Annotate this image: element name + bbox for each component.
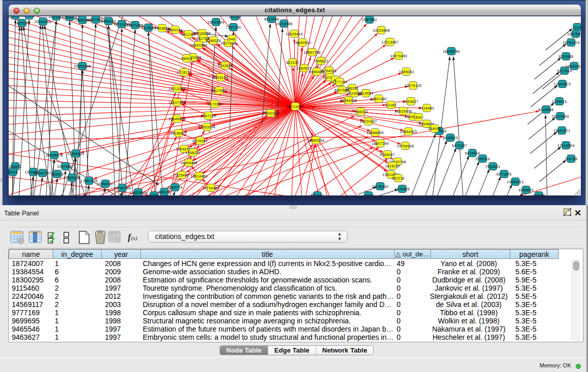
svg-text:6479197: 6479197: [452, 144, 467, 147]
svg-text:10688609: 10688609: [366, 131, 384, 135]
svg-text:7986322: 7986322: [353, 110, 368, 114]
svg-text:16961758: 16961758: [303, 51, 321, 54]
svg-text:15720407: 15720407: [360, 120, 377, 123]
svg-text:924565: 924565: [532, 194, 545, 196]
svg-text:12505135: 12505135: [63, 176, 81, 180]
svg-text:20091406: 20091406: [34, 20, 52, 24]
svg-text:8660124: 8660124: [167, 28, 182, 32]
svg-text:19384554: 19384554: [307, 139, 324, 142]
svg-text:16409948: 16409948: [180, 161, 198, 165]
svg-text:1065327: 1065327: [49, 16, 63, 18]
svg-text:3624554: 3624554: [358, 92, 373, 95]
svg-text:(x): (x): [131, 235, 138, 242]
svg-text:20053346: 20053346: [74, 64, 91, 68]
svg-text:2718170: 2718170: [177, 71, 191, 74]
svg-text:1912575: 1912575: [9, 16, 23, 17]
svg-text:19166827: 19166827: [170, 132, 187, 135]
svg-text:17957225: 17957225: [80, 179, 98, 183]
svg-text:9115460: 9115460: [420, 106, 434, 110]
svg-text:16648784: 16648784: [443, 50, 460, 53]
svg-text:1498222: 1498222: [185, 151, 200, 155]
svg-text:7485063: 7485063: [399, 70, 413, 74]
svg-text:9474444: 9474444: [465, 151, 480, 155]
svg-text:20206576: 20206576: [46, 154, 63, 157]
svg-text:10154808: 10154808: [373, 29, 390, 32]
svg-text:16640910: 16640910: [565, 64, 581, 68]
svg-text:14353594: 14353594: [198, 125, 215, 129]
svg-text:25300203: 25300203: [262, 112, 279, 115]
svg-text:252214: 252214: [391, 177, 404, 180]
svg-text:10958107: 10958107: [97, 182, 114, 186]
svg-text:12342757: 12342757: [34, 171, 51, 175]
svg-text:1733426: 1733426: [395, 187, 409, 191]
svg-text:10975867: 10975867: [57, 165, 74, 168]
svg-text:15692971: 15692971: [553, 129, 571, 133]
svg-text:13325419: 13325419: [286, 32, 303, 36]
svg-text:16914469: 16914469: [190, 174, 208, 178]
svg-text:164095: 164095: [428, 127, 441, 130]
svg-text:7632621: 7632621: [485, 165, 500, 168]
svg-text:2803144: 2803144: [213, 76, 228, 79]
svg-text:19756928: 19756928: [397, 144, 414, 148]
svg-text:8813054: 8813054: [264, 17, 279, 21]
svg-text:917006: 917006: [208, 102, 221, 106]
svg-text:12093872: 12093872: [554, 82, 571, 86]
svg-text:12975125: 12975125: [404, 84, 422, 87]
svg-text:3267130: 3267130: [201, 114, 215, 118]
svg-text:7625402: 7625402: [174, 173, 189, 177]
svg-text:13325419: 13325419: [567, 32, 581, 36]
svg-text:8878352: 8878352: [192, 139, 207, 143]
svg-text:1405571: 1405571: [14, 21, 29, 25]
svg-text:8215958: 8215958: [538, 108, 553, 112]
svg-text:8186328: 8186328: [206, 39, 221, 42]
svg-text:10807487: 10807487: [370, 97, 387, 101]
svg-text:39114: 39114: [9, 170, 18, 174]
svg-text:10025438: 10025438: [395, 110, 412, 113]
svg-text:2935114: 2935114: [475, 157, 490, 161]
svg-text:17359924: 17359924: [67, 152, 84, 156]
svg-text:1112: 1112: [573, 26, 581, 29]
svg-text:98901: 98901: [182, 57, 192, 60]
svg-text:9794028: 9794028: [321, 69, 336, 73]
svg-text:1362615: 1362615: [296, 67, 311, 70]
svg-text:160338: 160338: [228, 16, 241, 18]
svg-text:209109: 209109: [23, 16, 35, 17]
svg-text:19654923: 19654923: [400, 130, 417, 134]
svg-text:9777169: 9777169: [332, 80, 347, 84]
svg-text:62160: 62160: [386, 103, 397, 107]
svg-text:12923: 12923: [363, 194, 374, 196]
svg-text:9245652: 9245652: [518, 188, 533, 192]
svg-text:19218506: 19218506: [275, 22, 293, 26]
svg-text:16107553: 16107553: [168, 101, 186, 104]
svg-text:546: 546: [229, 37, 235, 41]
svg-text:12213967: 12213967: [381, 40, 399, 44]
svg-text:12213369: 12213369: [168, 87, 186, 91]
svg-text:143501: 143501: [9, 165, 21, 168]
svg-text:116753: 116753: [565, 157, 578, 161]
svg-text:9227543: 9227543: [557, 69, 572, 73]
svg-text:114513: 114513: [51, 172, 64, 176]
svg-text:173342: 173342: [311, 194, 323, 196]
svg-text:16549855: 16549855: [168, 117, 186, 121]
svg-text:17016504: 17016504: [557, 144, 575, 147]
svg-text:9084067: 9084067: [380, 153, 395, 157]
svg-text:1244415: 1244415: [552, 100, 567, 103]
svg-text:8471676: 8471676: [496, 172, 511, 176]
svg-text:16782759: 16782759: [114, 186, 131, 190]
svg-text:7357224: 7357224: [226, 26, 241, 29]
svg-text:10973493: 10973493: [390, 54, 407, 58]
svg-text:18807249: 18807249: [372, 142, 389, 145]
svg-text:804: 804: [416, 116, 422, 119]
svg-text:9453774: 9453774: [167, 186, 182, 189]
svg-text:16033809: 16033809: [207, 20, 225, 24]
svg-text:8427552: 8427552: [211, 89, 226, 93]
svg-text:822037: 822037: [286, 61, 299, 64]
svg-text:1292344: 1292344: [146, 194, 161, 196]
svg-text:10654112: 10654112: [507, 180, 524, 184]
svg-text:11716485: 11716485: [202, 186, 219, 190]
svg-text:9463627: 9463627: [403, 100, 418, 103]
svg-text:18640910: 18640910: [294, 41, 311, 45]
svg-text:2987682: 2987682: [362, 18, 377, 21]
svg-text:7955812: 7955812: [313, 59, 328, 63]
svg-text:945377: 945377: [158, 190, 170, 194]
